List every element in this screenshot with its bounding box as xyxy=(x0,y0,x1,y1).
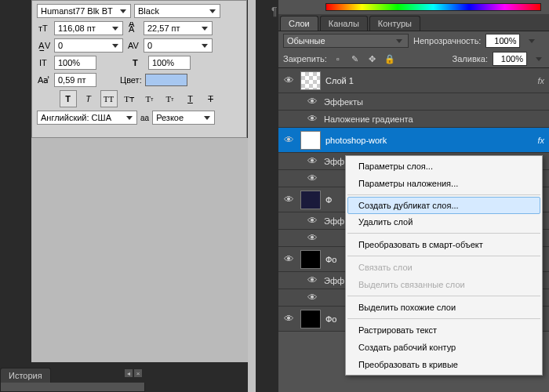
visibility-icon[interactable]: 👁 xyxy=(305,274,319,286)
tab-paths[interactable]: Контуры xyxy=(369,16,420,31)
layer-thumbnail[interactable] xyxy=(300,250,321,269)
lock-label: Закрепить: xyxy=(283,54,327,64)
font-style-dropdown[interactable]: Black xyxy=(134,4,220,18)
visibility-icon[interactable]: 👁 xyxy=(305,215,319,227)
svg-text:тТ: тТ xyxy=(38,24,48,33)
effects-label: Эфф xyxy=(324,216,344,226)
color-swatch[interactable] xyxy=(145,74,187,86)
layer-thumbnail[interactable] xyxy=(300,191,321,209)
effects-label: Эффекты xyxy=(324,97,363,107)
svg-text:AV: AV xyxy=(128,41,140,50)
chevron-down-icon xyxy=(394,35,405,46)
lock-brush-icon[interactable]: ✎ xyxy=(349,53,362,65)
menu-separator xyxy=(347,233,540,234)
layer-context-menu: Параметры слоя... Параметры наложения...… xyxy=(345,155,543,376)
menu-duplicate-layer[interactable]: Создать дубликат слоя... xyxy=(347,197,540,214)
effect-name: Наложение градиента xyxy=(324,114,413,124)
visibility-icon[interactable]: 👁 xyxy=(305,96,319,107)
layer-thumbnail[interactable] xyxy=(300,71,321,90)
menu-separator xyxy=(347,296,540,296)
visibility-icon[interactable]: 👁 xyxy=(282,253,296,265)
effects-row[interactable]: 👁 Эффекты xyxy=(278,93,549,111)
vscale-icon: IT xyxy=(37,56,51,70)
visibility-icon[interactable]: 👁 xyxy=(282,194,296,205)
layer-row[interactable]: 👁 Слой 1 fx xyxy=(278,68,549,93)
kerning-dropdown[interactable]: 0 xyxy=(54,38,123,53)
lock-move-icon[interactable]: ✥ xyxy=(366,53,379,65)
smallcaps-button[interactable]: Tᴛ xyxy=(121,90,138,107)
strikethrough-button[interactable]: T xyxy=(202,90,220,107)
hscale-input[interactable]: 100% xyxy=(148,56,191,70)
effect-item-row[interactable]: 👁 Наложение градиента xyxy=(278,111,549,128)
visibility-icon[interactable]: 👁 xyxy=(305,292,319,303)
visibility-icon[interactable]: 👁 xyxy=(305,113,319,125)
menu-select-similar[interactable]: Выделить похожие слои xyxy=(346,299,542,316)
visibility-icon[interactable]: 👁 xyxy=(305,232,319,244)
allcaps-button[interactable]: TT xyxy=(100,90,118,107)
lock-transparency-icon[interactable]: ▫ xyxy=(332,53,344,65)
language-dropdown[interactable]: Английский: США xyxy=(37,111,137,125)
chevron-down-icon[interactable] xyxy=(533,53,544,64)
visibility-icon[interactable]: 👁 xyxy=(282,134,296,146)
svg-text:A̲V: A̲V xyxy=(38,41,50,51)
menu-layer-params[interactable]: Параметры слоя... xyxy=(346,158,542,175)
color-spectrum[interactable] xyxy=(325,3,541,11)
visibility-icon[interactable]: 👁 xyxy=(305,155,319,167)
collapse-icon[interactable]: ◂ xyxy=(125,369,133,377)
menu-rasterize-text[interactable]: Растрировать текст xyxy=(346,321,542,339)
baseline-input[interactable]: 0,59 пт xyxy=(54,73,96,87)
visibility-icon[interactable]: 👁 xyxy=(282,74,296,86)
effects-label: Эфф xyxy=(324,276,344,285)
menu-link-layers: Связать слои xyxy=(346,259,542,276)
chevron-down-icon[interactable] xyxy=(526,35,537,46)
antialias-dropdown[interactable]: Резкое xyxy=(152,111,215,125)
chevron-down-icon xyxy=(199,40,210,51)
menu-overlay-params[interactable]: Параметры наложения... xyxy=(346,175,542,192)
fx-badge[interactable]: fx xyxy=(537,76,544,85)
menu-delete-layer[interactable]: Удалить слой xyxy=(346,213,542,230)
tracking-dropdown[interactable]: 0 xyxy=(144,38,213,53)
tab-channels[interactable]: Каналы xyxy=(320,16,368,31)
superscript-button[interactable]: Tт xyxy=(141,90,158,107)
opacity-input[interactable]: 100% xyxy=(485,34,520,48)
layer-row-selected[interactable]: 👁 T photoshop-work fx xyxy=(278,128,549,153)
font-family-value: Humanst77 Blk BT xyxy=(41,6,113,16)
color-label: Цвет: xyxy=(120,75,142,85)
aa-label: aа xyxy=(140,114,149,122)
svg-text:Аẚ: Аẚ xyxy=(38,75,49,85)
chevron-down-icon xyxy=(199,23,210,34)
leading-dropdown[interactable]: 22,57 пт xyxy=(144,21,213,35)
subscript-button[interactable]: Tт xyxy=(162,90,179,107)
menu-separator xyxy=(347,194,540,195)
menu-work-path[interactable]: Создать рабочий контур xyxy=(346,339,542,356)
tab-history[interactable]: История xyxy=(0,368,51,383)
tab-layers[interactable]: Слои xyxy=(280,16,318,31)
menu-to-curves[interactable]: Преобразовать в кривые xyxy=(346,356,542,373)
chevron-down-icon xyxy=(110,23,121,34)
layer-thumbnail[interactable] xyxy=(300,310,321,328)
visibility-icon[interactable]: 👁 xyxy=(305,172,319,184)
layer-name: Ф xyxy=(325,195,332,205)
fx-badge[interactable]: fx xyxy=(537,136,544,145)
bold-button[interactable]: T xyxy=(60,90,77,107)
leading-icon: АА xyxy=(126,21,140,35)
font-size-dropdown[interactable]: 116,08 пт xyxy=(54,21,123,35)
close-icon[interactable]: × xyxy=(134,369,142,377)
layer-name: Фо xyxy=(325,314,336,324)
fill-input[interactable]: 100% xyxy=(493,52,527,66)
layer-thumbnail[interactable]: T xyxy=(300,131,321,150)
pilcrow-icon: ¶ xyxy=(271,5,278,17)
kerning-icon: A̲V xyxy=(37,38,51,53)
menu-separator xyxy=(347,318,540,319)
text-style-toolbar: T T TT Tᴛ Tт Tт T T xyxy=(32,90,246,107)
underline-button[interactable]: T xyxy=(182,90,199,107)
vscale-input[interactable]: 100% xyxy=(54,56,96,70)
visibility-icon[interactable]: 👁 xyxy=(282,313,296,325)
blend-mode-dropdown[interactable]: Обычные xyxy=(283,34,409,48)
font-family-dropdown[interactable]: Humanst77 Blk BT xyxy=(37,4,131,18)
hscale-icon: T xyxy=(131,56,145,70)
font-style-value: Black xyxy=(138,6,159,16)
lock-all-icon[interactable]: 🔒 xyxy=(384,53,396,65)
italic-button[interactable]: T xyxy=(80,90,97,107)
menu-convert-smart[interactable]: Преобразовать в смарт-объект xyxy=(346,236,542,253)
